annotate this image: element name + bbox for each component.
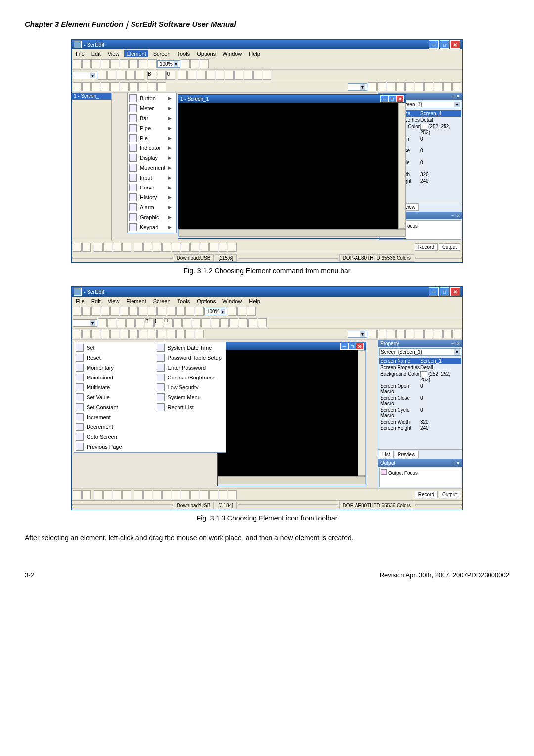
bt-icon[interactable] (143, 490, 152, 499)
popup-item[interactable]: Low Security (156, 382, 225, 392)
element-icon[interactable] (129, 82, 138, 91)
property-row[interactable]: Screen NameScreen_1 (379, 358, 461, 364)
element-icon[interactable] (82, 330, 91, 338)
submenu-item[interactable]: Meter▶ (128, 103, 176, 113)
bt-icon[interactable] (153, 490, 162, 499)
element-icon[interactable] (138, 330, 147, 338)
menu-element[interactable]: Element (124, 298, 148, 305)
popup-item[interactable]: Report List (156, 402, 225, 412)
submenu-item[interactable]: History▶ (128, 192, 176, 202)
submenu-item[interactable]: Alarm▶ (128, 202, 176, 212)
bt-icon[interactable] (219, 243, 227, 252)
menu-screen[interactable]: Screen (151, 50, 173, 57)
maximize-icon[interactable]: □ (348, 343, 356, 350)
vertical-scrollbar[interactable] (398, 103, 406, 229)
paste-icon[interactable] (148, 307, 157, 316)
tool-icon[interactable] (405, 330, 414, 338)
misc-icon[interactable] (195, 307, 204, 316)
property-row[interactable]: Screen Open Macro0 (379, 383, 461, 395)
submenu-item[interactable]: Movement▶ (128, 163, 176, 173)
tool-icon[interactable] (368, 82, 377, 91)
zoom-out-icon[interactable] (237, 307, 246, 316)
tool-icon[interactable] (452, 330, 461, 338)
arrow-icon[interactable] (117, 318, 126, 327)
tool-icon[interactable] (405, 82, 414, 91)
vertical-scrollbar[interactable] (358, 350, 366, 476)
minimize-icon[interactable]: ─ (340, 343, 348, 350)
pin-icon[interactable]: ⊣ ✕ (451, 94, 460, 99)
bt-icon[interactable] (134, 243, 143, 252)
element-icon[interactable] (167, 330, 176, 338)
property-row[interactable]: Screen Height240 (379, 425, 461, 431)
bt-icon[interactable] (113, 490, 122, 499)
element-icon[interactable] (82, 82, 91, 91)
menu-options[interactable]: Options (195, 298, 218, 305)
cut-icon[interactable] (129, 307, 138, 316)
menu-window[interactable]: Window (221, 50, 244, 57)
element-icon[interactable] (101, 82, 110, 91)
undo-icon[interactable] (110, 307, 119, 316)
bt-icon[interactable] (73, 490, 82, 499)
minimize-button[interactable]: ─ (429, 287, 439, 296)
element-icon[interactable] (176, 330, 185, 338)
submenu-item[interactable]: Pie▶ (128, 133, 176, 143)
menu-file[interactable]: File (74, 298, 87, 305)
arrow-icon[interactable] (98, 318, 107, 327)
list-tab[interactable]: List (379, 451, 394, 458)
zoom-in-icon[interactable] (228, 307, 237, 316)
popup-item[interactable]: System Menu (156, 392, 225, 402)
tool-icon[interactable] (443, 82, 452, 91)
tool-icon[interactable] (443, 330, 452, 338)
align-icon[interactable] (182, 318, 191, 327)
align-icon[interactable] (201, 318, 210, 327)
bt-icon[interactable] (172, 243, 180, 252)
maximize-icon[interactable]: □ (388, 95, 396, 102)
popup-item[interactable]: System Date Time (156, 343, 225, 353)
tool-icon[interactable] (424, 330, 433, 338)
bt-icon[interactable] (200, 243, 209, 252)
font-color-icon[interactable] (135, 71, 144, 80)
tool-icon[interactable] (377, 82, 386, 91)
arrow-down-icon[interactable] (126, 71, 135, 80)
popup-item[interactable]: Set (75, 343, 126, 353)
output-tab[interactable]: Output (439, 491, 460, 498)
element-icon[interactable] (101, 330, 110, 338)
property-row[interactable]: Background Color(252, 252, 252) (379, 371, 461, 383)
arrow-left-icon[interactable] (98, 71, 107, 80)
tool-icon[interactable] (415, 330, 424, 338)
menu-tools[interactable]: Tools (176, 298, 192, 305)
element-icon[interactable] (157, 330, 166, 338)
element-icon[interactable] (195, 330, 204, 338)
element-icon[interactable] (91, 330, 100, 338)
bt-icon[interactable] (113, 243, 122, 252)
submenu-item[interactable]: Pipe▶ (128, 123, 176, 133)
tool-icon[interactable] (368, 330, 377, 338)
align-icon[interactable] (173, 318, 182, 327)
submenu-item[interactable]: Display▶ (128, 153, 176, 163)
element-icon[interactable] (91, 82, 100, 91)
minimize-button[interactable]: ─ (429, 40, 439, 49)
align-icon[interactable] (244, 71, 253, 80)
element-icon[interactable] (110, 82, 119, 91)
output-tab[interactable]: Output (439, 243, 460, 251)
bt-icon[interactable] (103, 490, 112, 499)
tool-icon[interactable] (434, 82, 443, 91)
popup-item[interactable]: Increment (75, 412, 126, 422)
misc-icon[interactable] (176, 307, 185, 316)
menu-view[interactable]: View (106, 298, 122, 305)
find-icon[interactable] (101, 59, 110, 68)
tool-icon[interactable] (415, 82, 424, 91)
align-icon[interactable] (229, 318, 238, 327)
align-icon[interactable] (239, 318, 248, 327)
bt-icon[interactable] (162, 490, 171, 499)
property-row[interactable]: Screen PropertiesDetail (379, 364, 461, 371)
misc-icon[interactable] (148, 59, 157, 68)
arrow-up-icon[interactable] (117, 71, 126, 80)
close-icon[interactable]: ✕ (396, 95, 404, 102)
property-select[interactable]: Screen {Screen_1}▾ (379, 348, 461, 356)
submenu-item[interactable]: Bar▶ (128, 113, 176, 123)
element-icon[interactable] (148, 82, 157, 91)
element-icon[interactable] (148, 330, 157, 338)
zoom-out-icon[interactable] (190, 59, 199, 68)
element-icon[interactable] (110, 330, 119, 338)
